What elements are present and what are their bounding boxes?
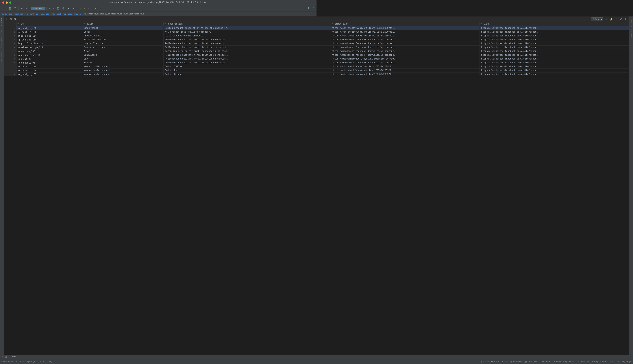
close-button[interactable] xyxy=(2,2,4,4)
cell-title: Sunglasses xyxy=(82,53,164,57)
coverage-button[interactable] xyxy=(61,7,66,10)
forward-button[interactable]: → xyxy=(24,7,28,10)
cell-title: WordPress Pennant xyxy=(82,38,164,42)
svg-point-3 xyxy=(33,8,34,9)
breadcrumb-item-1[interactable]: wordpress-facebook xyxy=(2,13,23,15)
left-panel-project[interactable]: Project xyxy=(0,17,3,26)
cell-title: Cap xyxy=(82,57,164,61)
col-desc-icon: ≡ xyxy=(165,23,166,25)
menu-button[interactable]: ⋮⋮ xyxy=(1,7,7,10)
table-row[interactable]: 1wc_post_id_160New productEdited product… xyxy=(4,26,316,30)
left-panel-bookmarks[interactable]: Bookmarks xyxy=(0,51,3,62)
breadcrumb-item-2[interactable]: wp-content xyxy=(26,13,38,15)
git-history-button[interactable]: ⏱ xyxy=(94,7,98,10)
separator3 xyxy=(46,6,46,10)
row-number: 7 xyxy=(4,50,16,53)
cell-description: New product into excluded category. xyxy=(164,30,316,34)
search-icon-button[interactable]: 🔍 xyxy=(13,18,18,21)
table-row[interactable]: 9woo-cap_97CapPellentesque habitant morb… xyxy=(4,57,316,61)
table-row[interactable]: 12wc_post_id_158New variable productColo… xyxy=(4,69,316,72)
table-row[interactable]: 3bundle-one_134Product BundleFirst produ… xyxy=(4,34,316,38)
run-button[interactable]: ▶ xyxy=(48,6,52,10)
table-row[interactable]: 10woo-beanie_95BeaniePellentesque habita… xyxy=(4,61,316,65)
cell-description: Pellentesque habitant morbi tristique se… xyxy=(164,53,316,57)
left-panel-pullrequests[interactable]: Pull Requests xyxy=(0,35,3,51)
table-container[interactable]: ≡ id ≡ title ≡ description ≡ image_link xyxy=(4,22,316,182)
col-id-icon: ≡ xyxy=(18,23,19,25)
svg-rect-8 xyxy=(68,8,69,9)
th-id[interactable]: ≡ id xyxy=(16,22,82,26)
breadcrumb-item-4[interactable]: facebook_for_woocommerce xyxy=(52,13,81,15)
table-row[interactable]: 7woo-album_103AlbumLorem ipsum dolor sit… xyxy=(4,50,316,53)
table-row[interactable]: 5logo-collection_113Logo CollectionPelle… xyxy=(4,42,316,46)
col-title-icon: ≡ xyxy=(84,23,85,25)
separator1 xyxy=(18,6,19,10)
cell-id: wc_post_id_126 xyxy=(16,30,82,34)
breadcrumb-item-3[interactable]: uploads xyxy=(41,13,49,15)
cell-title: Beanie xyxy=(82,61,164,65)
th-title[interactable]: ≡ title xyxy=(82,22,164,26)
git-push-button[interactable]: ↑ xyxy=(87,7,90,10)
titlebar: wordpress-facebook – product_catalog_2b9… xyxy=(0,0,316,5)
row-number: 8 xyxy=(4,53,16,57)
th-description[interactable]: ≡ description xyxy=(164,22,316,26)
cell-id: woo-beanie_95 xyxy=(16,61,82,65)
api-test-button[interactable]: APITest ▾ xyxy=(31,7,45,10)
cell-title: Album xyxy=(82,50,164,53)
run-options-button[interactable]: ▾ xyxy=(52,7,55,10)
cell-description: Pellentesque habitant morbi tristique se… xyxy=(164,46,316,50)
add-row-button[interactable]: + xyxy=(5,17,8,21)
git-pull-button[interactable]: ↓ xyxy=(91,7,94,10)
table-row[interactable]: 2wc_post_id_126CheckNew product into exc… xyxy=(4,30,316,34)
cell-description: First product bundle product. xyxy=(164,34,316,38)
debug-button[interactable] xyxy=(56,7,60,10)
cell-title: Check xyxy=(82,30,164,34)
maximize-button[interactable] xyxy=(9,2,11,4)
row-number: 10 xyxy=(4,61,16,65)
split-button[interactable]: ⊟ xyxy=(9,18,13,21)
table-row[interactable]: 13wc_post_id_157New variable productColo… xyxy=(4,72,316,76)
breadcrumb-sep2: › xyxy=(39,13,40,15)
table-row[interactable]: 8woo-sunglasses_98SunglassesPellentesque… xyxy=(4,53,316,57)
cell-title: Beanie with Logo xyxy=(82,46,164,50)
table-row[interactable]: 6Woo-beanie-logo_112Beanie with LogoPell… xyxy=(4,46,316,50)
breadcrumb: wordpress-facebook › wp-content › upload… xyxy=(0,12,316,16)
cell-title: New product xyxy=(82,26,164,30)
git-tick-button[interactable]: ✓ xyxy=(83,7,86,10)
settings-button[interactable]: ⚙ xyxy=(312,7,316,10)
cell-description: Pellentesque habitant morbi tristique se… xyxy=(164,57,316,61)
main-area: + ⊟ 🔍 CSV ▾ ⬇ ⚡ ↻ ⚙ 🗄 ≡ id xyxy=(4,16,316,182)
git-check-button[interactable]: ✓ xyxy=(79,7,82,10)
row-number: 11 xyxy=(4,65,16,69)
col-desc-label: description xyxy=(168,23,182,25)
search-button[interactable]: 🔍 xyxy=(306,7,311,10)
cell-id: logo-collection_113 xyxy=(16,42,82,46)
minimize-button[interactable] xyxy=(6,2,8,4)
controls-row: + ⊟ 🔍 CSV ▾ ⬇ ⚡ ↻ ⚙ 🗄 xyxy=(4,16,316,22)
breadcrumb-sep1: › xyxy=(24,13,25,15)
table-row[interactable]: 11wc_post_id_159New variable productColo… xyxy=(4,65,316,69)
row-number: 9 xyxy=(4,57,16,61)
cell-description: Color: Green xyxy=(164,72,316,76)
toolbar-right: 🔍 ⚙ xyxy=(306,7,316,10)
back-button[interactable]: ← xyxy=(20,7,24,10)
save-button[interactable] xyxy=(8,7,12,10)
cell-id: woo-album_103 xyxy=(16,50,82,53)
left-panel-commit[interactable]: Commit xyxy=(0,27,3,35)
sync-button[interactable] xyxy=(13,7,17,10)
git-label: Git: xyxy=(73,7,78,10)
col-title-label: title xyxy=(87,23,94,25)
breadcrumb-sep4: › xyxy=(82,13,83,15)
cell-id: wc_post_id_160 xyxy=(16,26,82,30)
table-row[interactable]: 4wp-pennant_114WordPress PennantPellente… xyxy=(4,38,316,42)
git-revert-button[interactable]: ↺ xyxy=(99,7,102,10)
row-number: 2 xyxy=(4,30,16,34)
svg-rect-1 xyxy=(9,8,10,8)
cell-title: New variable product xyxy=(82,65,164,69)
stop-button[interactable] xyxy=(66,7,70,10)
window-controls[interactable] xyxy=(2,2,11,4)
row-number: 13 xyxy=(4,72,16,76)
table-body: 1wc_post_id_160New productEdited product… xyxy=(4,26,316,76)
cell-description: Color: Red xyxy=(164,69,316,72)
cell-description: Color: Yellow xyxy=(164,65,316,69)
